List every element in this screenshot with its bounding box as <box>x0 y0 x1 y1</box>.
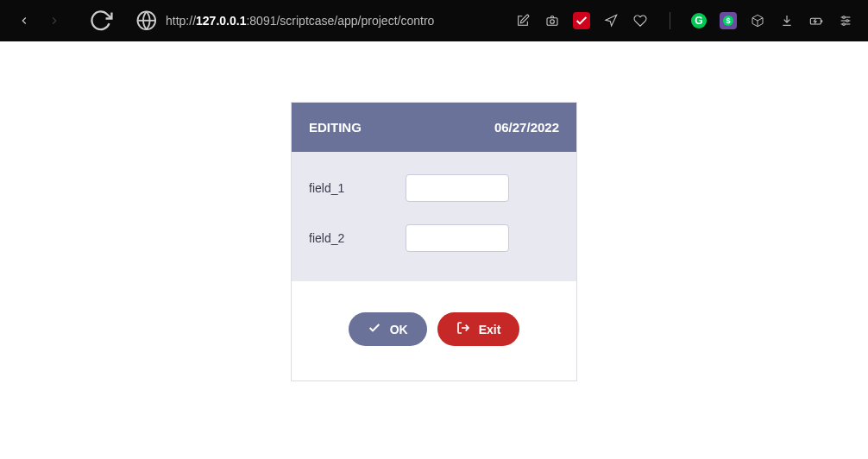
svg-point-15 <box>843 23 846 26</box>
page-content: EDITING 06/27/2022 field_1 field_2 OK <box>0 41 868 459</box>
back-button[interactable] <box>12 9 36 33</box>
card-title: EDITING <box>309 120 362 135</box>
grammarly-icon[interactable]: G <box>689 10 709 31</box>
svg-point-13 <box>843 16 846 19</box>
browser-toolbar: http://127.0.0.1:8091/scriptcase/app/pro… <box>0 0 868 41</box>
svg-rect-2 <box>547 18 557 26</box>
form-card: EDITING 06/27/2022 field_1 field_2 OK <box>291 102 577 381</box>
exit-icon <box>456 321 470 337</box>
exit-button[interactable]: Exit <box>437 312 520 346</box>
edit-icon[interactable] <box>513 10 533 31</box>
site-info-icon[interactable] <box>135 9 159 33</box>
url-prefix: http:// <box>166 14 196 28</box>
ok-button-label: OK <box>390 323 408 336</box>
field-input-2[interactable] <box>406 224 509 252</box>
settings-icon[interactable] <box>835 10 856 31</box>
svg-point-14 <box>846 20 849 22</box>
address-bar[interactable]: http://127.0.0.1:8091/scriptcase/app/pro… <box>166 14 506 28</box>
forward-button[interactable] <box>43 9 67 33</box>
svg-point-3 <box>550 20 555 24</box>
divider <box>659 10 680 31</box>
toolbar-right: G $ <box>513 10 856 31</box>
card-date: 06/27/2022 <box>494 120 559 135</box>
battery-icon[interactable] <box>806 10 827 31</box>
heart-icon[interactable] <box>630 10 651 31</box>
check-icon <box>368 321 381 337</box>
field-label-2: field_2 <box>309 231 406 245</box>
ok-button[interactable]: OK <box>349 312 427 346</box>
reload-button[interactable] <box>89 9 113 33</box>
card-header: EDITING 06/27/2022 <box>292 103 576 152</box>
field-row: field_2 <box>309 224 559 252</box>
card-body: field_1 field_2 <box>292 152 576 281</box>
send-icon[interactable] <box>601 10 621 31</box>
camera-icon[interactable] <box>542 10 563 31</box>
download-icon[interactable] <box>777 10 797 31</box>
shield-icon[interactable] <box>571 10 592 31</box>
svg-marker-4 <box>606 15 617 26</box>
field-row: field_1 <box>309 174 559 202</box>
field-input-1[interactable] <box>406 174 509 202</box>
dollar-icon[interactable]: $ <box>718 10 739 31</box>
card-footer: OK Exit <box>292 281 576 380</box>
url-host: 127.0.0.1 <box>196 14 246 28</box>
exit-button-label: Exit <box>479 323 501 336</box>
cube-icon[interactable] <box>747 10 768 31</box>
field-label-1: field_1 <box>309 181 406 195</box>
url-path: :8091/scriptcase/app/project/contro <box>246 14 434 28</box>
